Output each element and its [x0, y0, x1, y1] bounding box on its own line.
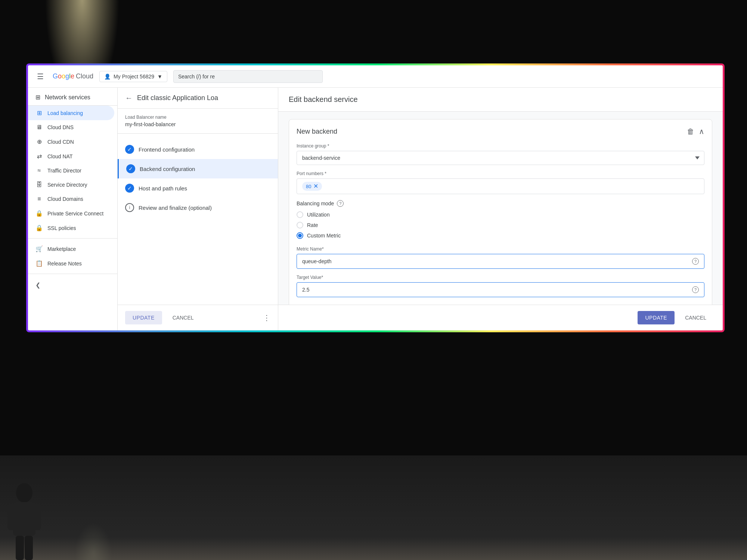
sidebar-item-ssl-policies[interactable]: 🔒 SSL policies — [28, 221, 114, 235]
svg-rect-5 — [25, 536, 33, 560]
spotlight-reflection — [75, 523, 112, 560]
right-update-button[interactable]: UPDATE — [638, 311, 675, 324]
center-cancel-button[interactable]: CANCEL — [167, 311, 200, 324]
radio-utilization[interactable]: Utilization — [297, 211, 704, 218]
search-placeholder: Search (/) for re — [178, 74, 215, 80]
step-backend-configuration[interactable]: ✓ Backend configuration — [118, 159, 278, 178]
radio-rate[interactable]: Rate — [297, 222, 704, 228]
speaker-figure — [0, 478, 49, 560]
sidebar: ⊞ Network services ⊞ Load balancing 🖥 Cl… — [28, 88, 118, 330]
right-cancel-button[interactable]: CANCEL — [679, 311, 712, 324]
back-button[interactable]: ← — [125, 94, 133, 102]
panel-header: ← Edit classic Application Loa — [118, 88, 278, 109]
right-panel-content: New backend 🗑 ∧ Instance group * backend… — [278, 112, 723, 305]
radio-custom-metric-circle — [297, 232, 303, 239]
balancing-mode-section: Balancing mode ? Utilization Rate — [297, 200, 704, 239]
metric-name-label: Metric Name* — [297, 246, 704, 252]
step-frontend-configuration[interactable]: ✓ Frontend configuration — [118, 140, 278, 159]
target-value-input-wrapper: ? — [297, 282, 704, 297]
svg-rect-4 — [16, 536, 24, 560]
card-actions: 🗑 ∧ — [687, 127, 704, 136]
marketplace-icon: 🛒 — [35, 245, 43, 252]
instance-group-select[interactable]: backend-service — [297, 151, 704, 165]
target-value-input[interactable] — [302, 287, 692, 293]
release-notes-icon: 📋 — [35, 260, 43, 267]
sidebar-item-traffic-director[interactable]: ≈ Traffic Director — [28, 164, 114, 178]
target-value-help-icon[interactable]: ? — [692, 286, 699, 293]
delete-backend-button[interactable]: 🗑 — [687, 127, 694, 136]
sidebar-collapse-icon[interactable]: ❮ — [35, 282, 40, 288]
center-update-button[interactable]: UPDATE — [125, 311, 162, 324]
svg-point-0 — [16, 483, 32, 503]
project-selector[interactable]: 👤 My Project 56829 ▼ — [99, 71, 167, 82]
port-numbers-label: Port numbers * — [297, 171, 704, 176]
sidebar-label-cloud-domains: Cloud Domains — [47, 196, 83, 202]
sidebar-item-service-directory[interactable]: 🗄 Service Directory — [28, 178, 114, 192]
balancing-mode-label: Balancing mode ? — [297, 200, 704, 207]
search-bar[interactable]: Search (/) for re — [173, 70, 323, 83]
cloud-dns-icon: 🖥 — [35, 124, 43, 131]
metric-name-help-icon[interactable]: ? — [692, 258, 699, 265]
sidebar-label-private-service-connect: Private Service Connect — [47, 211, 103, 217]
new-backend-title: New backend — [297, 128, 337, 136]
instance-group-field: Instance group * backend-service — [297, 143, 704, 165]
more-options-icon[interactable]: ⋮ — [263, 313, 270, 322]
network-services-icon: ⊞ — [35, 94, 40, 101]
cloud-nat-icon: ⇄ — [35, 153, 43, 160]
target-value-label: Target Value* — [297, 275, 704, 280]
sidebar-label-service-directory: Service Directory — [47, 182, 87, 188]
sidebar-label-cloud-dns: Cloud DNS — [47, 124, 74, 130]
sidebar-item-cloud-domains[interactable]: ≡ Cloud Domains — [28, 192, 114, 206]
right-panel-title: Edit backend service — [289, 95, 712, 104]
load-balancing-icon: ⊞ — [35, 109, 43, 116]
sidebar-item-marketplace[interactable]: 🛒 Marketplace — [28, 242, 114, 256]
sidebar-item-release-notes[interactable]: 📋 Release Notes — [28, 256, 114, 271]
floor-reflection — [0, 538, 747, 560]
sidebar-label-cloud-nat: Cloud NAT — [47, 153, 72, 159]
collapse-backend-button[interactable]: ∧ — [699, 127, 704, 136]
sidebar-section-header: ⊞ Network services — [28, 88, 117, 106]
project-name: My Project 56829 — [114, 74, 154, 80]
radio-utilization-label: Utilization — [307, 212, 330, 218]
sidebar-item-cloud-dns[interactable]: 🖥 Cloud DNS — [28, 120, 114, 134]
step-host-path-rules[interactable]: ✓ Host and path rules — [118, 178, 278, 198]
right-footer-actions: UPDATE CANCEL — [638, 311, 712, 324]
instance-group-label: Instance group * — [297, 143, 704, 149]
traffic-director-icon: ≈ — [35, 167, 43, 174]
sidebar-label-traffic-director: Traffic Director — [47, 168, 81, 174]
svg-rect-3 — [33, 504, 41, 530]
sidebar-item-cloud-nat[interactable]: ⇄ Cloud NAT — [28, 149, 114, 164]
sidebar-label-load-balancing: Load balancing — [47, 110, 83, 116]
sidebar-item-cloud-cdn[interactable]: ⊕ Cloud CDN — [28, 134, 114, 149]
port-chip: 80 ✕ — [302, 182, 322, 191]
center-panel: ← Edit classic Application Loa Load Bala… — [118, 88, 278, 330]
port-remove-button[interactable]: ✕ — [313, 183, 318, 189]
metric-name-input[interactable] — [302, 258, 692, 264]
sidebar-item-load-balancing[interactable]: ⊞ Load balancing — [28, 106, 114, 120]
new-backend-card: New backend 🗑 ∧ Instance group * backend… — [289, 119, 712, 305]
backend-card-header: New backend 🗑 ∧ — [297, 127, 704, 136]
sidebar-label-release-notes: Release Notes — [47, 261, 82, 267]
google-text: Google — [53, 72, 74, 80]
step-check-backend: ✓ — [126, 164, 135, 173]
menu-icon[interactable]: ☰ — [34, 69, 47, 84]
svg-rect-1 — [13, 502, 35, 536]
sidebar-item-private-service-connect[interactable]: 🔒 Private Service Connect — [28, 206, 114, 221]
step-review-finalize[interactable]: i Review and finalize (optional) — [118, 198, 278, 217]
cloud-domains-icon: ≡ — [35, 196, 43, 202]
steps-list: ✓ Frontend configuration ✓ Backend confi… — [118, 134, 278, 305]
radio-custom-metric[interactable]: Custom Metric — [297, 232, 704, 239]
right-panel: Edit backend service New backend 🗑 ∧ In — [278, 88, 723, 330]
lb-name-label: Load Balancer name — [125, 115, 270, 120]
ssl-policies-icon: 🔒 — [35, 224, 43, 231]
radio-utilization-circle — [297, 211, 303, 218]
radio-rate-label: Rate — [307, 222, 318, 228]
sidebar-section-title-text: Network services — [45, 94, 90, 101]
balancing-mode-help-icon[interactable]: ? — [337, 200, 344, 207]
step-info-review: i — [125, 203, 134, 212]
audience-area — [0, 455, 747, 560]
panel-title: Edit classic Application Loa — [137, 94, 218, 102]
port-value: 80 — [306, 184, 311, 189]
cloud-cdn-icon: ⊕ — [35, 138, 43, 145]
svg-rect-2 — [7, 504, 16, 530]
